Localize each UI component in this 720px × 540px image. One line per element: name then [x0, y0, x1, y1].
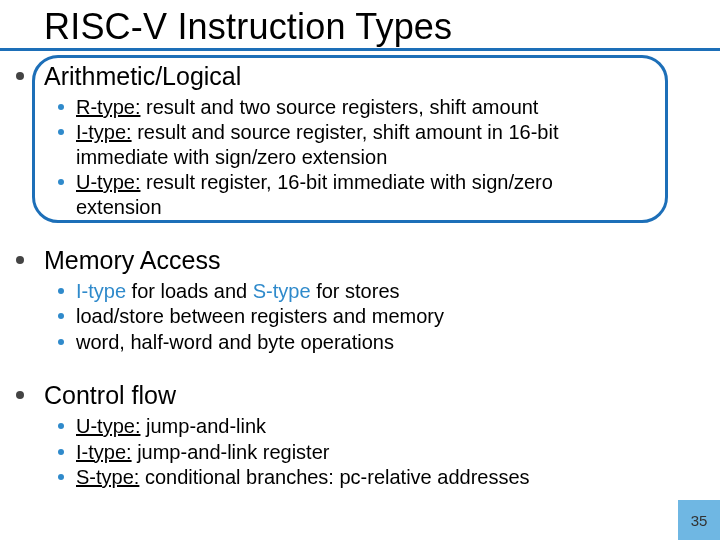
type-label: I-type: [76, 441, 132, 463]
item-text: result and source register, shift amount… [76, 121, 558, 167]
bullet-icon [58, 104, 64, 110]
list-item: load/store between registers and memory [58, 304, 720, 328]
bullet-icon [16, 391, 24, 399]
sub-list-memory: I-type for loads and S-type for stores l… [0, 275, 720, 354]
content: Arithmetic/Logical R-type: result and tw… [0, 48, 720, 489]
list-item: I-type for loads and S-type for stores [58, 279, 720, 303]
bullet-icon [58, 339, 64, 345]
list-item: I-type: jump-and-link register [58, 440, 720, 464]
section-heading: Control flow [44, 381, 176, 409]
bullet-icon [58, 129, 64, 135]
type-label: I-type: [76, 121, 132, 143]
section-control: Control flow [0, 381, 720, 410]
title-underline [0, 48, 720, 51]
item-text: for stores [311, 280, 400, 302]
bullet-icon [58, 474, 64, 480]
list-item: U-type: result register, 16-bit immediat… [58, 170, 720, 219]
item-text: result and two source registers, shift a… [140, 96, 538, 118]
item-text: jump-and-link [140, 415, 266, 437]
bullet-icon [16, 72, 24, 80]
title-wrap: RISC-V Instruction Types [0, 0, 720, 48]
bullet-icon [58, 288, 64, 294]
slide-title: RISC-V Instruction Types [44, 6, 720, 48]
list-item: S-type: conditional branches: pc-relativ… [58, 465, 720, 489]
item-text: jump-and-link register [132, 441, 330, 463]
type-label: U-type: [76, 171, 140, 193]
type-label: U-type: [76, 415, 140, 437]
section-heading: Arithmetic/Logical [44, 62, 241, 90]
spacer [0, 355, 720, 377]
bullet-icon [58, 449, 64, 455]
list-item: I-type: result and source register, shif… [58, 120, 720, 169]
bullet-icon [58, 179, 64, 185]
type-label: R-type: [76, 96, 140, 118]
item-text: for loads and [126, 280, 253, 302]
section-heading: Memory Access [44, 246, 220, 274]
section-arithmetic: Arithmetic/Logical [0, 62, 720, 91]
type-label: S-type [253, 280, 311, 302]
list-item: R-type: result and two source registers,… [58, 95, 720, 119]
bullet-icon [58, 423, 64, 429]
page-number: 35 [678, 500, 720, 540]
slide: RISC-V Instruction Types Arithmetic/Logi… [0, 0, 720, 540]
item-text: load/store between registers and memory [76, 305, 444, 327]
type-label: I-type [76, 280, 126, 302]
type-label: S-type: [76, 466, 139, 488]
list-item: word, half-word and byte operations [58, 330, 720, 354]
sub-list-arithmetic: R-type: result and two source registers,… [0, 91, 720, 219]
section-memory: Memory Access [0, 246, 720, 275]
spacer [0, 220, 720, 242]
list-item: U-type: jump-and-link [58, 414, 720, 438]
sub-list-control: U-type: jump-and-link I-type: jump-and-l… [0, 410, 720, 489]
item-text: word, half-word and byte operations [76, 331, 394, 353]
bullet-icon [58, 313, 64, 319]
item-text: conditional branches: pc-relative addres… [139, 466, 529, 488]
bullet-icon [16, 256, 24, 264]
item-text: result register, 16-bit immediate with s… [76, 171, 553, 217]
